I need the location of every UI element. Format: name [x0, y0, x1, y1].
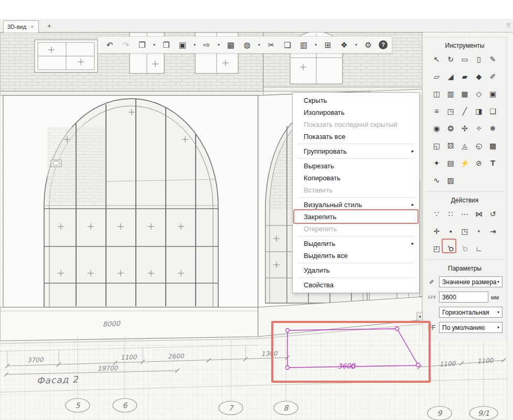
menu-item-properties[interactable]: Свойства: [293, 279, 419, 291]
dimension-style-select[interactable]: По умолчанию ▾: [439, 322, 503, 333]
menu-item-copy[interactable]: Копировать: [293, 172, 419, 184]
tab-close-icon[interactable]: ×: [30, 24, 34, 30]
menu-item-select-all[interactable]: Выделить все: [293, 250, 419, 262]
wall-tool-icon[interactable]: ▭: [458, 53, 471, 66]
save-icon[interactable]: ▣: [175, 40, 190, 50]
spacing-icon[interactable]: ∷: [444, 208, 457, 220]
line-tool-icon[interactable]: ╱: [458, 105, 471, 117]
windows-icon[interactable]: ❖: [337, 40, 351, 50]
paste-dropdown-icon[interactable]: ▾: [313, 42, 319, 47]
spline-tool-icon[interactable]: ∿: [430, 174, 443, 187]
tab-3d-view[interactable]: 3D-вид ×: [3, 20, 39, 33]
menu-item-hide[interactable]: Скрыть: [293, 94, 419, 106]
paint-icon[interactable]: ▪: [444, 225, 457, 238]
group-tool-icon[interactable]: ❑: [487, 105, 499, 117]
orientation-select[interactable]: Горизонтальная ▾: [439, 307, 503, 318]
column-tool-icon[interactable]: ▯: [473, 53, 485, 66]
floor-tool-icon[interactable]: ▱: [430, 70, 443, 83]
level-icon[interactable]: ∟: [473, 242, 485, 255]
railing-tool-icon[interactable]: ▦: [458, 88, 471, 100]
pipe-tool-icon[interactable]: ✧: [473, 122, 485, 135]
dimension-node[interactable]: [286, 366, 290, 370]
visual-style-dropdown-icon[interactable]: ▾: [151, 42, 157, 47]
attach-icon[interactable]: ◰: [430, 242, 443, 255]
unpin-icon[interactable]: ⚲: [456, 240, 474, 257]
beam-tool-icon[interactable]: ◨: [473, 105, 485, 117]
light-tool-icon[interactable]: ✦: [430, 157, 443, 169]
collaboration-icon[interactable]: ◍: [240, 40, 254, 50]
electric-tool-icon[interactable]: ⚡: [458, 157, 471, 169]
text-tool-icon[interactable]: T: [487, 157, 499, 169]
edit-nodes-icon[interactable]: ∵: [430, 208, 443, 220]
opening-tool-icon[interactable]: ◳: [444, 105, 457, 117]
truss-tool-icon[interactable]: ◇: [473, 88, 485, 100]
windows-dropdown-icon[interactable]: ▾: [353, 42, 359, 47]
marker-tool-icon[interactable]: ✐: [487, 70, 499, 83]
menu-item-select[interactable]: Выделить ▸: [293, 238, 419, 250]
roof-tool-icon[interactable]: ◢: [444, 70, 457, 83]
add-tab-button[interactable]: +: [44, 21, 55, 31]
array-icon[interactable]: ⋯: [458, 208, 471, 220]
image-tool-icon[interactable]: ▣: [487, 88, 499, 100]
menu-item-group[interactable]: Группировать ▸: [293, 145, 419, 157]
section-tool-icon[interactable]: ◵: [473, 139, 485, 152]
collaboration-dropdown-icon[interactable]: ▾: [256, 42, 262, 47]
tab-scroll-icon[interactable]: ▽: [507, 23, 510, 28]
copy-icon[interactable]: ❏: [280, 40, 295, 50]
measure-icon[interactable]: ⇥: [487, 225, 499, 238]
dimension-node[interactable]: [396, 327, 399, 331]
print-icon[interactable]: ▦: [223, 40, 238, 50]
export-icon[interactable]: ⇨: [199, 40, 214, 50]
visual-style-icon[interactable]: ❐: [135, 40, 149, 50]
assembly-tool-icon[interactable]: ⚄: [444, 139, 457, 152]
plate-tool-icon[interactable]: ◆: [473, 70, 485, 83]
collapse-panel-button[interactable]: ◂: [416, 312, 423, 320]
stair-tool-icon[interactable]: ≡: [430, 105, 443, 117]
transfer-styles-icon[interactable]: ⊞: [320, 40, 335, 50]
settings-wrench-icon[interactable]: ⚙: [361, 40, 376, 50]
panel-tool-icon[interactable]: ▤: [444, 157, 457, 169]
hatch-tool-icon[interactable]: ▨: [444, 174, 457, 187]
ramp-tool-icon[interactable]: ▰: [458, 70, 471, 83]
menu-item-cut[interactable]: Вырезать: [293, 160, 419, 172]
export-dropdown-icon[interactable]: ▾: [216, 42, 222, 47]
menu-item-isolate[interactable]: Изолировать: [293, 106, 419, 119]
help-icon[interactable]: ?: [379, 40, 388, 49]
dim-label: 1100: [477, 357, 494, 365]
pen-tool-icon[interactable]: ✎: [487, 53, 499, 66]
menu-item-pin[interactable]: Закрепить: [293, 211, 419, 223]
dimension-type-select[interactable]: Значение размера ▾: [439, 276, 503, 287]
redo-icon[interactable]: ↷: [119, 40, 133, 50]
isometry-tool-icon[interactable]: ◬: [458, 139, 471, 152]
move-icon[interactable]: ✛: [430, 225, 443, 238]
select-tool-icon[interactable]: ↖: [430, 53, 443, 66]
chevron-down-icon: ▾: [497, 279, 499, 284]
undo-icon[interactable]: ↶: [102, 40, 117, 50]
wire-tool-icon[interactable]: ❅: [487, 122, 499, 135]
rotate-action-icon[interactable]: ↺: [487, 208, 499, 220]
dimension-value-input[interactable]: [439, 292, 488, 303]
actions-more-dropdown-icon[interactable]: ▾: [473, 225, 485, 238]
rotate-tool-icon[interactable]: ↻: [444, 53, 457, 66]
menu-item-visual-style[interactable]: Визуальный стиль ▸: [293, 199, 419, 211]
equipment-tool-icon[interactable]: ❂: [444, 122, 457, 135]
plumbing-tool-icon[interactable]: ◉: [430, 122, 443, 135]
cut-icon[interactable]: ✂: [264, 40, 279, 50]
dimension-node[interactable]: [416, 363, 420, 367]
mirror-icon[interactable]: ⋈: [473, 208, 485, 220]
hatch-region-tool-icon[interactable]: ▩: [487, 139, 499, 152]
open-project-icon[interactable]: ❒: [159, 40, 174, 50]
axis-tool-icon[interactable]: ⊘: [473, 157, 485, 169]
paste-icon[interactable]: ▥: [296, 40, 311, 50]
number-123-icon: 123: [427, 295, 436, 299]
duplicate-icon[interactable]: ◳: [458, 225, 471, 238]
window-tool-icon[interactable]: ◫: [430, 88, 443, 100]
duct-tool-icon[interactable]: ✣: [458, 122, 471, 135]
space-tool-icon[interactable]: ◱: [430, 139, 443, 152]
menu-item-delete[interactable]: Удалить: [293, 264, 419, 276]
save-dropdown-icon[interactable]: ▾: [191, 42, 198, 47]
dimension-node[interactable]: [286, 329, 290, 332]
right-scrollbar[interactable]: [507, 33, 513, 420]
menu-item-show-all[interactable]: Показать все: [293, 131, 419, 143]
door-tool-icon[interactable]: ▥: [444, 88, 457, 100]
